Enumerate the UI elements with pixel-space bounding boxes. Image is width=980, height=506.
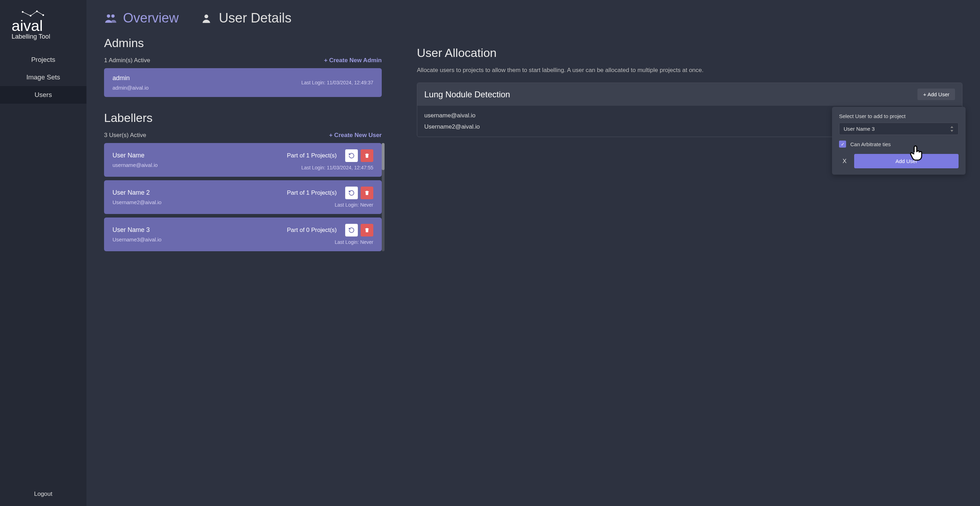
svg-line-4 xyxy=(23,12,31,16)
tab-overview-label: Overview xyxy=(123,11,178,25)
select-caret-icon xyxy=(950,126,954,132)
labeller-email: Username2@aival.io xyxy=(113,199,161,205)
users-group-icon xyxy=(104,12,118,25)
scrollbar[interactable] xyxy=(382,143,385,251)
delete-icon[interactable] xyxy=(361,187,373,199)
labeller-projects: Part of 1 Project(s) xyxy=(287,152,337,159)
admins-title: Admins xyxy=(104,36,382,50)
delete-icon[interactable] xyxy=(361,149,373,162)
labeller-email: Username3@aival.io xyxy=(113,236,161,243)
main: Overview User Details Admins 1 Admin(s) … xyxy=(86,0,980,506)
labeller-last-login: Last Login: Never xyxy=(335,202,373,208)
labellers-list-head: 3 User(s) Active + Create New User xyxy=(104,132,382,139)
svg-point-11 xyxy=(205,14,208,18)
labeller-email: username@aival.io xyxy=(113,162,158,168)
project-header: Lung Nodule Detection + Add User Select … xyxy=(417,83,962,106)
labeller-last-login: Last Login: 11/03/2024, 12:47:55 xyxy=(301,165,373,170)
admin-name: admin xyxy=(113,75,149,82)
labeller-projects: Part of 1 Project(s) xyxy=(287,189,337,197)
checkbox-checked-icon[interactable]: ✓ xyxy=(839,141,846,148)
svg-marker-13 xyxy=(950,130,953,132)
admin-last-login: Last Login: 11/03/2024, 12:49:37 xyxy=(301,80,373,86)
user-icon xyxy=(200,12,213,25)
tabs: Overview User Details xyxy=(86,0,980,29)
labellers-list: User Name username@aival.io Part of 1 Pr… xyxy=(104,143,382,251)
tab-user-details[interactable]: User Details xyxy=(200,11,291,25)
logo-area: aival Labelling Tool xyxy=(0,9,86,51)
labeller-name: User Name 3 xyxy=(113,226,161,234)
create-admin-button[interactable]: + Create New Admin xyxy=(324,57,382,64)
svg-line-6 xyxy=(37,11,43,15)
labeller-name: User Name 2 xyxy=(113,189,161,197)
labellers-count: 3 User(s) Active xyxy=(104,132,146,139)
add-user-button[interactable]: + Add User xyxy=(918,89,955,100)
labellers-section: Labellers 3 User(s) Active + Create New … xyxy=(104,111,382,251)
aival-logo: aival Labelling Tool xyxy=(10,9,76,40)
svg-line-5 xyxy=(30,11,37,16)
user-select[interactable]: User Name 3 xyxy=(839,123,959,135)
reset-icon[interactable] xyxy=(345,187,358,199)
add-user-popover: Select User to add to project User Name … xyxy=(832,107,966,174)
sidebar: aival Labelling Tool Projects Image Sets… xyxy=(0,0,86,506)
project-name: Lung Nodule Detection xyxy=(424,90,510,100)
labeller-last-login: Last Login: Never xyxy=(335,239,373,245)
tab-user-details-label: User Details xyxy=(219,11,291,25)
labeller-projects: Part of 0 Project(s) xyxy=(287,227,337,234)
logout-link[interactable]: Logout xyxy=(0,482,86,506)
labellers-title: Labellers xyxy=(104,111,382,125)
sidebar-item-image-sets[interactable]: Image Sets xyxy=(0,68,86,86)
close-popover-button[interactable]: X xyxy=(839,154,850,168)
svg-text:aival: aival xyxy=(11,17,43,34)
admin-email: admin@aival.io xyxy=(113,85,149,90)
labeller-card[interactable]: User Name 3 Username3@aival.io Part of 0… xyxy=(104,217,382,251)
admin-card[interactable]: admin admin@aival.io Last Login: 11/03/2… xyxy=(104,68,382,97)
popover-label: Select User to add to project xyxy=(839,113,959,119)
svg-point-10 xyxy=(111,14,115,17)
labeller-name: User Name xyxy=(113,152,158,159)
labeller-card[interactable]: User Name 2 Username2@aival.io Part of 1… xyxy=(104,180,382,214)
allocation-title: User Allocation xyxy=(417,46,963,60)
sidebar-item-users[interactable]: Users xyxy=(0,86,86,104)
left-column: Admins 1 Admin(s) Active + Create New Ad… xyxy=(104,36,382,499)
nav-list: Projects Image Sets Users xyxy=(0,51,86,104)
content: Admins 1 Admin(s) Active + Create New Ad… xyxy=(86,29,980,506)
admins-section: Admins 1 Admin(s) Active + Create New Ad… xyxy=(104,36,382,97)
submit-add-user-button[interactable]: Add User xyxy=(854,154,959,168)
svg-text:Labelling Tool: Labelling Tool xyxy=(11,33,50,40)
reset-icon[interactable] xyxy=(345,224,358,236)
allocation-desc: Allocate users to projects to allow them… xyxy=(417,67,963,74)
admins-list-head: 1 Admin(s) Active + Create New Admin xyxy=(104,57,382,64)
svg-point-9 xyxy=(107,14,110,17)
admins-count: 1 Admin(s) Active xyxy=(104,57,150,64)
arbitrate-label: Can Arbitrate ties xyxy=(850,141,891,147)
user-select-value: User Name 3 xyxy=(844,126,875,132)
tab-overview[interactable]: Overview xyxy=(104,11,178,25)
svg-marker-12 xyxy=(950,126,953,128)
delete-icon[interactable] xyxy=(361,224,373,236)
reset-icon[interactable] xyxy=(345,149,358,162)
create-user-button[interactable]: + Create New User xyxy=(329,132,382,139)
project-box: Lung Nodule Detection + Add User Select … xyxy=(417,82,963,137)
sidebar-item-projects[interactable]: Projects xyxy=(0,51,86,68)
arbitrate-checkbox-row[interactable]: ✓ Can Arbitrate ties xyxy=(839,141,959,148)
labeller-card[interactable]: User Name username@aival.io Part of 1 Pr… xyxy=(104,143,382,177)
right-column: User Allocation Allocate users to projec… xyxy=(417,36,963,499)
